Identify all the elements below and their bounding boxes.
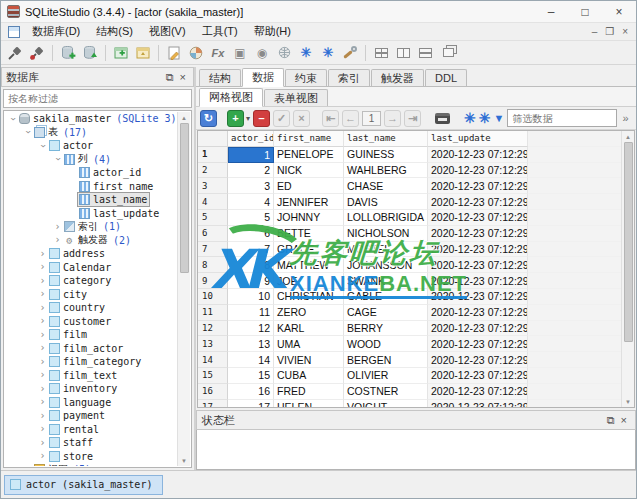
mdi-minimize-button[interactable]: – — [592, 26, 598, 37]
column-header-last_name[interactable]: last_name — [344, 131, 428, 147]
cell-last_name[interactable]: LOLLOBRIGIDA — [344, 210, 428, 226]
menu-view[interactable]: 视图(V) — [141, 22, 194, 41]
cell-last_name[interactable]: CHASE — [344, 178, 428, 194]
commit-button[interactable]: ✓ — [273, 110, 290, 127]
scroll-down-icon[interactable]: ▼ — [181, 455, 187, 466]
remove-database-icon[interactable] — [80, 43, 100, 63]
cell-last_name[interactable]: OLIVIER — [344, 368, 428, 384]
cell-last_name[interactable]: SWANK — [344, 273, 428, 289]
close-panel-icon[interactable]: × — [177, 71, 189, 83]
cell-last_update[interactable]: 2020-12-23 07:12:29 — [428, 163, 528, 179]
cell-last_name[interactable]: MOSTEL — [344, 242, 428, 258]
cell-actor_id[interactable]: 15 — [228, 368, 274, 384]
tree-item-sakila_master[interactable]: ›sakila_master(SQLite 3) — [5, 112, 177, 126]
expand-icon[interactable]: › — [52, 235, 63, 245]
collations-editor-icon[interactable]: ▣ — [230, 43, 250, 63]
tree-item-rental[interactable]: ›rental — [5, 423, 177, 437]
cell-last_update[interactable]: 2020-12-23 07:12:29 — [428, 147, 528, 163]
row-number[interactable]: 15 — [198, 368, 228, 384]
table-row[interactable]: 77GRACEMOSTEL2020-12-23 07:12:29 — [198, 242, 621, 258]
tree-item-索引[interactable]: ›索引(1) — [5, 220, 177, 234]
row-number[interactable]: 9 — [198, 273, 228, 289]
disconnect-database-icon[interactable] — [27, 43, 47, 63]
cell-last_update[interactable]: 2020-12-23 07:12:29 — [428, 210, 528, 226]
insert-row-caret-icon[interactable]: ▾ — [246, 114, 250, 123]
rollback-button[interactable]: × — [293, 110, 310, 127]
cell-first_name[interactable]: BETTE — [274, 226, 344, 242]
float-panel-icon[interactable]: ⧉ — [163, 71, 177, 84]
cell-actor_id[interactable]: 11 — [228, 305, 274, 321]
cell-last_name[interactable]: GABLE — [344, 289, 428, 305]
expand-icon[interactable]: › — [37, 424, 48, 434]
tree-item-触发器[interactable]: ›⚙触发器(2) — [5, 234, 177, 248]
cell-last_update[interactable]: 2020-12-23 07:12:29 — [428, 242, 528, 258]
refresh-button[interactable]: ↻ — [200, 110, 217, 127]
fit-rows-icon[interactable]: ✳ — [479, 111, 491, 125]
tree-item-staff[interactable]: ›staff — [5, 436, 177, 450]
row-number[interactable]: 3 — [198, 178, 228, 194]
cell-last_update[interactable]: 2020-12-23 07:12:29 — [428, 352, 528, 368]
table-row[interactable]: 1414VIVIENBERGEN2020-12-23 07:12:29 — [198, 352, 621, 368]
cell-last_update[interactable]: 2020-12-23 07:12:29 — [428, 400, 528, 407]
table-row[interactable]: 1212KARLBERRY2020-12-23 07:12:29 — [198, 321, 621, 337]
expand-icon[interactable]: › — [37, 384, 48, 394]
add-database-icon[interactable] — [58, 43, 78, 63]
cell-last_name[interactable]: WAHLBERG — [344, 163, 428, 179]
cell-actor_id[interactable]: 4 — [228, 194, 274, 210]
row-number[interactable]: 1 — [198, 147, 228, 163]
tree-item-film_text[interactable]: ›film_text — [5, 369, 177, 383]
cell-last_name[interactable]: WOOD — [344, 336, 428, 352]
tree-item-country[interactable]: ›country — [5, 301, 177, 315]
tile-horizontal-icon[interactable] — [393, 43, 413, 63]
tab-ddl[interactable]: DDL — [425, 69, 467, 86]
scroll-up-icon[interactable]: ▲ — [181, 112, 187, 123]
connect-database-icon[interactable] — [5, 43, 25, 63]
collapse-icon[interactable]: › — [53, 154, 63, 165]
tree-item-category[interactable]: ›category — [5, 274, 177, 288]
cell-first_name[interactable]: NICK — [274, 163, 344, 179]
tree-item-city[interactable]: ›city — [5, 288, 177, 302]
cell-first_name[interactable]: ZERO — [274, 305, 344, 321]
expand-icon[interactable]: › — [37, 451, 48, 461]
close-windows-icon[interactable]: ✳ — [296, 43, 316, 63]
mdi-restore-button[interactable]: ❐ — [605, 26, 614, 37]
column-header-last_update[interactable]: last_update — [428, 131, 528, 147]
tree-item-actor_id[interactable]: actor_id — [5, 166, 177, 180]
cell-first_name[interactable]: JENNIFER — [274, 194, 344, 210]
menu-structure[interactable]: 结构(S) — [88, 22, 141, 41]
table-row[interactable]: 33EDCHASE2020-12-23 07:12:29 — [198, 178, 621, 194]
table-row[interactable]: 1616FREDCOSTNER2020-12-23 07:12:29 — [198, 384, 621, 400]
expand-icon[interactable]: › — [52, 222, 63, 232]
cell-actor_id[interactable]: 10 — [228, 289, 274, 305]
table-row[interactable]: 1717HELENVOIGHT2020-12-23 07:12:29 — [198, 400, 621, 407]
cell-last_name[interactable]: VOIGHT — [344, 400, 428, 407]
scrollbar-thumb[interactable] — [624, 142, 633, 342]
mdi-child-icon[interactable] — [8, 26, 20, 38]
cell-last_update[interactable]: 2020-12-23 07:12:29 — [428, 336, 528, 352]
extensions-icon[interactable]: ◉ — [252, 43, 272, 63]
cell-actor_id[interactable]: 3 — [228, 178, 274, 194]
tree-scrollbar[interactable]: ▲ ▼ — [177, 112, 190, 466]
tab-constraints[interactable]: 约束 — [285, 69, 327, 86]
table-row[interactable]: 1111ZEROCAGE2020-12-23 07:12:29 — [198, 305, 621, 321]
tree-item-列[interactable]: ›列(4) — [5, 153, 177, 167]
scrollbar-thumb[interactable] — [180, 123, 189, 273]
table-row[interactable]: 22NICKWAHLBERG2020-12-23 07:12:29 — [198, 163, 621, 179]
cell-last_name[interactable]: DAVIS — [344, 194, 428, 210]
close-button[interactable]: × — [602, 1, 636, 22]
tree-item-film_actor[interactable]: ›film_actor — [5, 342, 177, 356]
cell-actor_id[interactable]: 2 — [228, 163, 274, 179]
cell-last_update[interactable]: 2020-12-23 07:12:29 — [428, 305, 528, 321]
cell-last_name[interactable]: GUINESS — [344, 147, 428, 163]
expand-icon[interactable]: › — [37, 316, 48, 326]
filter-mode-icon[interactable]: ▼ — [493, 112, 504, 124]
cell-first_name[interactable]: CHRISTIAN — [274, 289, 344, 305]
collapse-icon[interactable]: › — [38, 140, 48, 151]
expand-icon[interactable]: › — [37, 330, 48, 340]
prev-row-button[interactable]: ← — [342, 110, 359, 127]
row-number[interactable]: 11 — [198, 305, 228, 321]
tree-item-actor[interactable]: ›actor — [5, 139, 177, 153]
functions-editor-icon[interactable]: Fx — [208, 43, 228, 63]
expand-icon[interactable]: › — [37, 249, 48, 259]
grid-rows[interactable]: actor_idfirst_namelast_namelast_update11… — [198, 131, 621, 407]
